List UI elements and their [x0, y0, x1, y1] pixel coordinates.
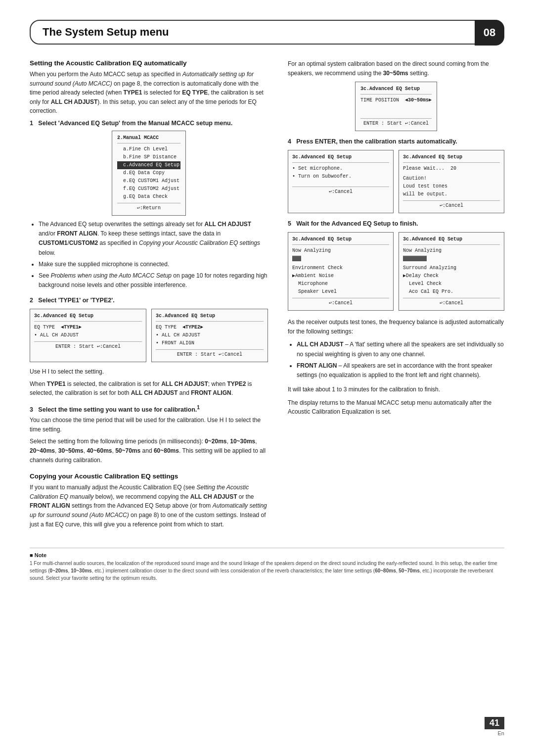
screen5a-line6: Speaker Level: [292, 288, 389, 296]
step2-body2: When TYPE1 is selected, the calibration …: [30, 379, 268, 398]
screen1-title: 2.Manual MCACC: [117, 134, 180, 143]
step1-bullets: The Advanced EQ setup overwrites the set…: [30, 220, 268, 290]
screen5b: 3c.Advanced EQ Setup Now Analyzing ▓▓▓▓▓…: [399, 232, 504, 311]
step1-block: 1 Select 'Advanced EQ Setup' from the Ma…: [30, 120, 268, 290]
page-footer: 41 En: [485, 717, 504, 736]
screen4a-footer: ↩:Cancel: [292, 187, 389, 196]
screen5b-title: 3c.Advanced EQ Setup: [403, 236, 500, 245]
screen5a-title: 3c.Advanced EQ Setup: [292, 236, 389, 245]
screen2a-line2: • ALL CH ADJUST: [34, 331, 142, 339]
screen2b-title: 3c.Advanced EQ Setup: [156, 312, 264, 322]
screen1-line5: e.EQ CUSTOM1 Adjust: [117, 177, 180, 185]
screen4b-line1: Please Wait... 20: [403, 165, 500, 173]
para-after-bullets2: The display returns to the Manual MCACC …: [288, 398, 504, 417]
section1-heading: Setting the Acoustic Calibration EQ auto…: [30, 59, 268, 67]
screen5b-line5: Level Check: [403, 280, 500, 288]
screen5b-line3: Surround Analyzing: [403, 264, 500, 272]
chapter-number: 08: [475, 20, 504, 46]
step2-heading: 2 Select 'TYPE1' or 'TYPE2'.: [30, 297, 268, 304]
page-lang: En: [498, 730, 504, 736]
screen2-row: 3c.Advanced EQ Setup EQ TYPE ◄TYPE1► • A…: [30, 309, 268, 362]
step2-body1: Use H I to select the setting.: [30, 367, 268, 377]
screen-step3-line: TIME POSITION ◄30~50ms►: [360, 96, 432, 104]
step3-body2: Select the setting from the following ti…: [30, 437, 268, 465]
screen2a: 3c.Advanced EQ Setup EQ TYPE ◄TYPE1► • A…: [30, 309, 146, 362]
screen5a-line2: ▓▓▓: [292, 255, 389, 263]
step4-heading: 4 Press ENTER, then the calibration star…: [288, 138, 504, 145]
post-step5-intro: As the receiver outputs test tones, the …: [288, 318, 504, 336]
screen2b-line2: • ALL CH ADJUST: [156, 331, 264, 339]
screen2b-line1: EQ TYPE ◄TYPE2►: [156, 324, 264, 331]
note-label: ■ Note: [30, 552, 504, 558]
copying-heading: Copying your Acoustic Calibration EQ set…: [30, 472, 268, 480]
footnote1: 1 For multi-channel audio sources, the l…: [30, 560, 504, 582]
step3-heading: 3 Select the time setting you want to us…: [30, 405, 268, 413]
page-number: 41: [485, 717, 504, 729]
screen4b-line4: will be output.: [403, 190, 500, 198]
bullet3: See Problems when using the Auto MCACC S…: [39, 271, 268, 290]
screen1-container: 2.Manual MCACC a.Fine Ch Level b.Fine SP…: [30, 131, 268, 216]
screen4a-line1: • Set microphone.: [292, 165, 389, 173]
bullet2: Make sure the supplied microphone is con…: [39, 260, 268, 269]
screen1: 2.Manual MCACC a.Fine Ch Level b.Fine SP…: [112, 131, 186, 216]
screen1-footer: ↩:Return: [117, 203, 180, 212]
screen5b-line6: Aco Cal EQ Pro.: [403, 288, 500, 296]
right-intro: For an optimal system calibration based …: [288, 59, 504, 78]
content-columns: Setting the Acoustic Calibration EQ auto…: [30, 59, 504, 536]
step4-block: 4 Press ENTER, then the calibration star…: [288, 138, 504, 213]
left-column: Setting the Acoustic Calibration EQ auto…: [30, 59, 268, 536]
step2-block: 2 Select 'TYPE1' or 'TYPE2'. 3c.Advanced…: [30, 297, 268, 398]
step1-heading: 1 Select 'Advanced EQ Setup' from the Ma…: [30, 120, 268, 127]
step5-block: 5 Wait for the Advanced EQ Setup to fini…: [288, 220, 504, 311]
screen-step3-footer: ENTER : Start ↩:Cancel: [360, 118, 432, 128]
screen1-line1: a.Fine Ch Level: [117, 145, 180, 153]
screen5a-line1: Now Analyzing: [292, 247, 389, 255]
step5-bullet2: FRONT ALIGN – All speakers are set in ac…: [297, 361, 504, 380]
step5-bullet1: ALL CH ADJUST – A 'flat' setting where a…: [297, 340, 504, 359]
screen4b: 3c.Advanced EQ Setup Please Wait... 20 C…: [399, 150, 504, 213]
screen-step3-title: 3c.Advanced EQ Setup: [360, 85, 432, 94]
screen5b-line1: Now Analyzing: [403, 247, 500, 255]
para-after-bullets1: It will take about 1 to 3 minutes for th…: [288, 385, 504, 394]
screen4a-line2: • Turn on Subwoofer.: [292, 173, 389, 181]
screen2a-title: 3c.Advanced EQ Setup: [34, 312, 142, 322]
screen5a-line5: Microphone: [292, 280, 389, 288]
header-bar: The System Setup menu 08: [30, 20, 504, 45]
page-container: The System Setup menu 08 Setting the Aco…: [0, 0, 534, 756]
screen1-line6: f.EQ CUSTOM2 Adjust: [117, 185, 180, 193]
screen-step3-right-container: 3c.Advanced EQ Setup TIME POSITION ◄30~5…: [288, 82, 504, 131]
screen4a-title: 3c.Advanced EQ Setup: [292, 153, 389, 163]
screen1-line4: d.EQ Data Copy: [117, 169, 180, 177]
bullet1: The Advanced EQ setup overwrites the set…: [39, 220, 268, 258]
screen5a: 3c.Advanced EQ Setup Now Analyzing ▓▓▓ E…: [288, 232, 394, 311]
screen-step3-right: 3c.Advanced EQ Setup TIME POSITION ◄30~5…: [355, 82, 437, 131]
screen2b: 3c.Advanced EQ Setup EQ TYPE ◄TYPE2► • A…: [151, 309, 268, 362]
step5-bullets: ALL CH ADJUST – A 'flat' setting where a…: [288, 340, 504, 380]
copying-para1: If you want to manually adjust the Acous…: [30, 483, 268, 529]
screen1-line2: b.Fine SP Distance: [117, 153, 180, 161]
screen2b-line3: • FRONT ALIGN: [156, 339, 264, 347]
screen4b-footer: ↩:Cancel: [403, 200, 500, 210]
screen5-row: 3c.Advanced EQ Setup Now Analyzing ▓▓▓ E…: [288, 232, 504, 311]
step5-heading: 5 Wait for the Advanced EQ Setup to fini…: [288, 220, 504, 227]
section1-para1: When you perform the Auto MCACC setup as…: [30, 70, 268, 116]
screen4a: 3c.Advanced EQ Setup • Set microphone. •…: [288, 150, 394, 213]
screen5a-line4: ▶Ambient Noise: [292, 272, 389, 280]
screen5a-footer: ↩:Cancel: [292, 298, 389, 307]
screen5b-line4: ▶Delay Check: [403, 272, 500, 280]
step3-body1: You can choose the time period that will…: [30, 416, 268, 434]
screen5b-line2: ▓▓▓▓▓▓▓▓: [403, 255, 500, 263]
screen4-row: 3c.Advanced EQ Setup • Set microphone. •…: [288, 150, 504, 213]
screen4b-title: 3c.Advanced EQ Setup: [403, 153, 500, 163]
screen4b-line3: Loud test tones: [403, 183, 500, 190]
right-column: For an optimal system calibration based …: [288, 59, 504, 536]
screen5b-footer: ↩:Cancel: [403, 298, 500, 307]
screen2a-footer: ENTER : Start ↩:Cancel: [34, 341, 142, 351]
screen2b-footer: ENTER : Start ↩:Cancel: [156, 349, 264, 359]
page-title: The System Setup menu: [43, 26, 169, 39]
copying-section: Copying your Acoustic Calibration EQ set…: [30, 472, 268, 529]
screen2a-line1: EQ TYPE ◄TYPE1►: [34, 324, 142, 331]
note-section: ■ Note 1 For multi-channel audio sources…: [30, 548, 504, 582]
screen4b-line2: Caution!: [403, 175, 500, 183]
screen1-line7: g.EQ Data Check: [117, 193, 180, 201]
